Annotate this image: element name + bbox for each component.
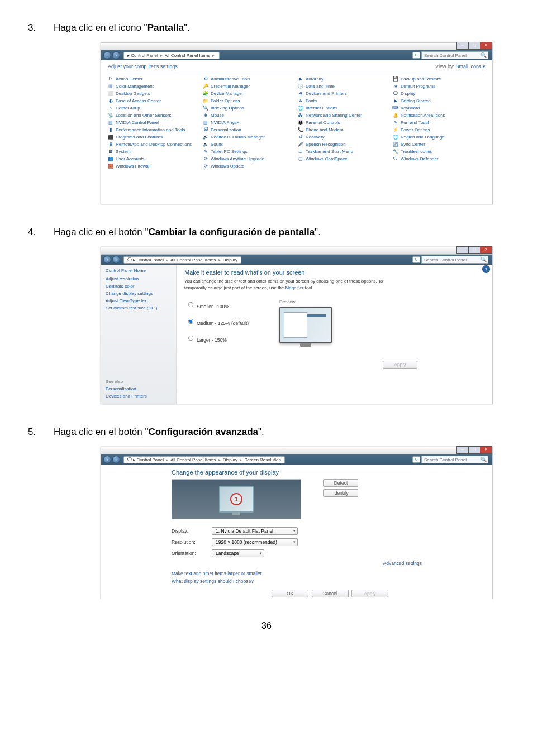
breadcrumb[interactable]: 🖵 ▸ Control Panel ▸ All Control Panel It…: [123, 456, 285, 463]
view-by[interactable]: View by: Small icons ▾: [435, 64, 486, 69]
window-close-button[interactable]: ✕: [480, 42, 492, 50]
help-icon[interactable]: ?: [482, 265, 490, 273]
cp-item[interactable]: ▭Taskbar and Start Menu: [298, 148, 391, 155]
cp-item[interactable]: ↺Recovery: [298, 133, 391, 141]
cp-item[interactable]: 💾Backup and Restore: [393, 75, 486, 83]
cp-item[interactable]: ▤NVIDIA Control Panel: [108, 119, 201, 126]
cp-item[interactable]: 🌐Region and Language: [393, 133, 486, 141]
window-maximize-button[interactable]: ▢: [468, 446, 480, 454]
orientation-dropdown[interactable]: Landscape▾: [212, 549, 264, 557]
cp-item[interactable]: 📁Folder Options: [203, 97, 296, 104]
cp-item[interactable]: 🔔Notification Area Icons: [393, 112, 486, 119]
sidebar-link-dpi[interactable]: Set custom text size (DPI): [106, 305, 172, 310]
forward-button[interactable]: ›: [112, 456, 120, 463]
cp-item[interactable]: 🖵Display: [393, 90, 486, 97]
search-input[interactable]: [421, 456, 488, 463]
cp-item[interactable]: 🖧Network and Sharing Center: [298, 112, 391, 119]
cp-item[interactable]: 🖼Personalization: [203, 126, 296, 133]
cp-item[interactable]: ⚙Administrative Tools: [203, 75, 296, 83]
display-dropdown[interactable]: 1. Nvidia Default Flat Panel▾: [212, 527, 298, 535]
resolution-dropdown[interactable]: 1920 × 1080 (recommended)▾: [212, 538, 298, 546]
cp-item[interactable]: ⬜Desktop Gadgets: [108, 90, 201, 97]
cp-item[interactable]: 🖱Mouse: [203, 112, 296, 119]
cp-item[interactable]: ▶AutoPlay: [298, 75, 391, 83]
cp-item[interactable]: ◐Ease of Access Center: [108, 97, 201, 104]
link-text-size[interactable]: Make text and other items larger or smal…: [172, 571, 484, 576]
back-button[interactable]: ‹: [103, 51, 111, 59]
display-preview[interactable]: 1: [172, 479, 301, 519]
search-input[interactable]: [421, 256, 488, 264]
window-minimize-button[interactable]: –: [456, 42, 469, 50]
sidebar-home[interactable]: Control Panel Home: [106, 268, 172, 273]
radio-larger[interactable]: Larger - 150%: [184, 333, 279, 343]
see-also-devices[interactable]: Devices and Printers: [106, 394, 172, 399]
cp-item[interactable]: 📞Phone and Modem: [298, 126, 391, 133]
cp-item[interactable]: ⬛Programs and Features: [108, 133, 201, 141]
cp-item[interactable]: 🔧Troubleshooting: [393, 148, 486, 155]
sidebar-link-change-display[interactable]: Change display settings: [106, 291, 172, 296]
refresh-button[interactable]: ↻: [412, 456, 420, 463]
window-maximize-button[interactable]: ▢: [468, 246, 480, 254]
cp-item[interactable]: ▮Performance Information and Tools: [108, 126, 201, 133]
breadcrumb[interactable]: ▸ Control Panel ▸ All Control Panel Item…: [123, 52, 220, 59]
refresh-button[interactable]: ↻: [412, 52, 420, 59]
cp-item[interactable]: ⌨Keyboard: [393, 104, 486, 112]
radio-smaller[interactable]: Smaller - 100%: [184, 299, 279, 309]
cp-item[interactable]: 📡Location and Other Sensors: [108, 112, 201, 119]
breadcrumb[interactable]: 🖵 ▸ Control Panel ▸ All Control Panel It…: [123, 256, 241, 264]
cp-item[interactable]: ▥Color Management: [108, 83, 201, 90]
sidebar-link-calibrate[interactable]: Calibrate color: [106, 284, 172, 289]
cp-item[interactable]: 🎤Speech Recognition: [298, 141, 391, 148]
cp-item[interactable]: 🧩Device Manager: [203, 90, 296, 97]
cp-item[interactable]: 🌐Internet Options: [298, 104, 391, 112]
cp-item[interactable]: 👪Parental Controls: [298, 119, 391, 126]
search-input[interactable]: [421, 51, 488, 59]
sidebar-link-adjust-resolution[interactable]: Adjust resolution: [106, 276, 172, 281]
sidebar-link-cleartype[interactable]: Adjust ClearType text: [106, 298, 172, 303]
radio-medium[interactable]: Medium - 125% (default): [184, 316, 279, 326]
cp-item[interactable]: AFonts: [298, 97, 391, 104]
window-minimize-button[interactable]: –: [456, 246, 469, 254]
identify-button[interactable]: Identify: [323, 489, 358, 497]
cp-item[interactable]: ▶Getting Started: [393, 97, 486, 104]
cp-item[interactable]: ⟳Windows Anytime Upgrade: [203, 155, 296, 162]
cp-item[interactable]: 🖳System: [108, 148, 201, 155]
cp-item[interactable]: ⚡Power Options: [393, 126, 486, 133]
cancel-button[interactable]: Cancel: [312, 590, 349, 597]
cp-item[interactable]: 🖥RemoteApp and Desktop Connections: [108, 141, 201, 148]
window-minimize-button[interactable]: –: [456, 446, 469, 454]
cp-item[interactable]: 👥User Accounts: [108, 155, 201, 162]
magnifier-link[interactable]: Magnifier: [285, 285, 304, 290]
cp-item[interactable]: ★Default Programs: [393, 83, 486, 90]
advanced-settings-link[interactable]: Advanced settings: [383, 561, 422, 566]
cp-item[interactable]: ✎Pen and Touch: [393, 119, 486, 126]
see-also-personalization[interactable]: Personalization: [106, 386, 172, 391]
window-maximize-button[interactable]: ▢: [468, 42, 480, 50]
refresh-button[interactable]: ↻: [412, 256, 420, 263]
ok-button[interactable]: OK: [272, 590, 308, 597]
cp-item[interactable]: 🔊Realtek HD Audio Manager: [203, 133, 296, 141]
cp-item[interactable]: ▤NVIDIA PhysX: [203, 119, 296, 126]
back-button[interactable]: ‹: [103, 256, 111, 264]
cp-item[interactable]: ▢Windows CardSpace: [298, 155, 391, 162]
forward-button[interactable]: ›: [112, 256, 120, 264]
cp-item[interactable]: ⌂HomeGroup: [108, 104, 201, 112]
cp-item[interactable]: 🔑Credential Manager: [203, 83, 296, 90]
cp-item[interactable]: ✎Tablet PC Settings: [203, 148, 296, 155]
forward-button[interactable]: ›: [112, 51, 120, 59]
apply-button[interactable]: Apply: [351, 590, 388, 597]
cp-item[interactable]: 🛡Windows Defender: [393, 155, 486, 162]
back-button[interactable]: ‹: [103, 456, 111, 463]
cp-item[interactable]: 🕒Date and Time: [298, 83, 391, 90]
cp-item[interactable]: 🔈Sound: [203, 141, 296, 148]
cp-item[interactable]: 🔄Sync Center: [393, 141, 486, 148]
window-close-button[interactable]: ✕: [480, 246, 492, 254]
cp-item[interactable]: 🏳Action Center: [108, 75, 201, 83]
cp-item[interactable]: 🧱Windows Firewall: [108, 162, 201, 170]
cp-item[interactable]: 🖨Devices and Printers: [298, 90, 391, 97]
link-which-settings[interactable]: What display settings should I choose?: [172, 578, 484, 584]
cp-item[interactable]: 🔍Indexing Options: [203, 104, 296, 112]
window-close-button[interactable]: ✕: [480, 446, 492, 454]
detect-button[interactable]: Detect: [323, 479, 358, 487]
cp-item[interactable]: ⟳Windows Update: [203, 162, 296, 170]
